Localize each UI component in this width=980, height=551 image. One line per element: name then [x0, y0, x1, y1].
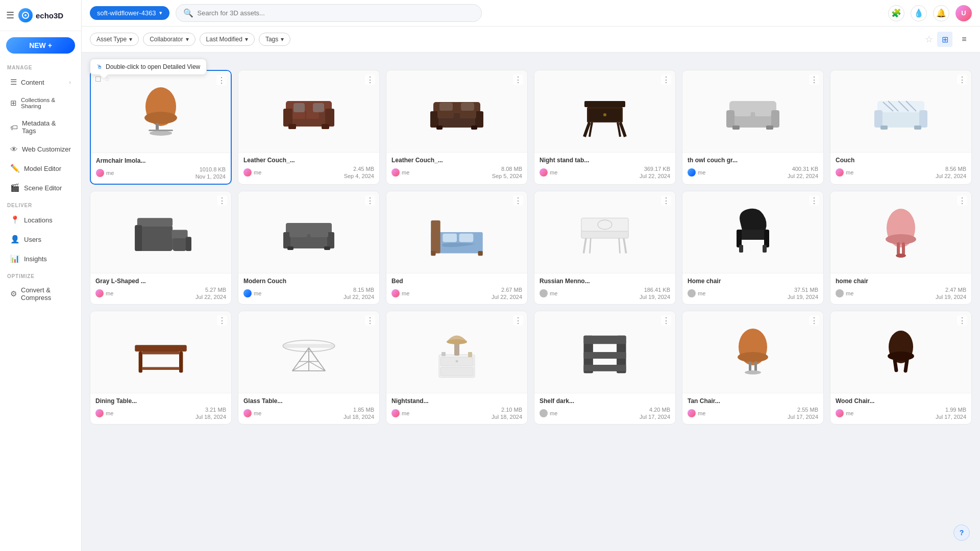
more-menu-icon[interactable]: ⋮	[513, 195, 523, 206]
asset-owner: me	[95, 289, 113, 297]
asset-card[interactable]: ☐ ☆ ⋮ Armchair Imola...	[90, 70, 232, 185]
asset-size-date: 4.20 MB Jul 17, 2024	[640, 407, 670, 420]
last-modified-filter[interactable]: Last Modified ▾	[200, 33, 255, 46]
owner-avatar	[391, 168, 400, 177]
hamburger-icon[interactable]: ☰	[6, 10, 14, 21]
asset-card[interactable]: ⋮ home chair me	[830, 191, 972, 305]
asset-thumbnail	[130, 321, 191, 383]
asset-meta: me 186.41 KB Jul 19, 2024	[540, 287, 670, 300]
list-view-button[interactable]: ≡	[957, 32, 972, 47]
more-menu-icon[interactable]: ⋮	[217, 315, 227, 325]
view-controls: ☆ ⊞ ≡	[925, 32, 972, 47]
asset-thumbnail	[722, 321, 783, 383]
more-menu-icon[interactable]: ⋮	[661, 195, 671, 206]
svg-rect-35	[734, 104, 751, 116]
logo: echo3D	[18, 8, 63, 22]
sidebar-item-label: Model Editor	[24, 165, 61, 172]
more-menu-icon[interactable]: ⋮	[365, 74, 375, 85]
collaborator-label: Collaborator	[150, 36, 183, 43]
asset-card[interactable]: ⋮ Bed	[386, 191, 528, 305]
asset-card[interactable]: ⋮	[386, 70, 528, 185]
svg-rect-15	[293, 103, 305, 112]
asset-footer: Nightstand... me 2.10 MB Jul 18, 2024	[386, 393, 527, 424]
asset-card[interactable]: ⋮ Russi	[534, 191, 676, 305]
svg-rect-59	[289, 226, 307, 237]
asset-card[interactable]: ⋮	[386, 311, 528, 424]
asset-card[interactable]: ⋮ Night	[534, 70, 676, 185]
svg-rect-85	[142, 352, 180, 355]
more-menu-icon[interactable]: ⋮	[661, 315, 671, 325]
asset-size-date: 369.17 KB Jul 22, 2024	[640, 166, 670, 179]
svg-rect-75	[739, 245, 743, 253]
asset-size: 2.55 MB	[797, 407, 818, 413]
asset-card[interactable]: ⋮ Dining Table... m	[90, 311, 232, 424]
asset-size: 1.99 MB	[945, 407, 966, 413]
tags-filter[interactable]: Tags ▾	[259, 33, 290, 46]
asset-owner: me	[688, 409, 705, 417]
asset-meta: me 2.10 MB Jul 18, 2024	[391, 407, 522, 420]
asset-card[interactable]: ⋮ th owl couch gr...	[682, 70, 824, 185]
sidebar-item-scene-editor[interactable]: 🎬 Scene Editor	[3, 179, 78, 197]
asset-footer: Couch me 8.56 MB Jul 22, 2024	[830, 152, 971, 183]
more-menu-icon[interactable]: ⋮	[957, 74, 967, 85]
logo-text: echo3D	[36, 11, 63, 20]
asset-owner: me	[243, 289, 261, 297]
workspace-selector[interactable]: soft-wildflower-4363 ▾	[90, 6, 169, 20]
more-menu-icon[interactable]: ⋮	[217, 195, 227, 206]
bell-icon[interactable]: 🔔	[933, 5, 949, 21]
search-input[interactable]	[198, 9, 474, 17]
new-button[interactable]: NEW +	[6, 37, 75, 54]
asset-type-filter[interactable]: Asset Type ▾	[90, 33, 139, 46]
asset-thumbnail	[870, 321, 932, 383]
metadata-icon: 🏷	[10, 123, 18, 132]
sidebar-item-locations[interactable]: 📍 Locations	[3, 211, 78, 229]
asset-card[interactable]: ⋮	[830, 70, 972, 185]
more-menu-icon[interactable]: ⋮	[513, 315, 523, 325]
avatar[interactable]: U	[955, 5, 972, 21]
owner-name: me	[550, 169, 557, 176]
asset-name: Wood Chair...	[836, 397, 966, 405]
sidebar-item-content[interactable]: ☰ Content ›	[3, 73, 78, 91]
puzzle-icon[interactable]: 🧩	[888, 5, 904, 21]
asset-card[interactable]: ⋮ Wood Chair... me	[830, 311, 972, 424]
asset-size-date: 2.55 MB Jul 17, 2024	[788, 407, 818, 420]
asset-card[interactable]: ⋮ Home chair	[682, 191, 824, 305]
asset-card[interactable]: ⋮ Gray L-Shaped ...	[90, 191, 232, 305]
asset-card[interactable]: ⋮ Shelf dark... me	[534, 311, 676, 424]
more-menu-icon[interactable]: ⋮	[661, 74, 671, 85]
more-menu-icon[interactable]: ⋮	[957, 315, 967, 325]
convert-icon: ⚙	[10, 289, 17, 298]
asset-card[interactable]: ⋮	[238, 311, 380, 424]
more-menu-icon[interactable]: ⋮	[365, 315, 375, 325]
asset-size: 2.10 MB	[501, 407, 522, 413]
asset-card[interactable]: ⋮ Modern Couch	[238, 191, 380, 305]
asset-card[interactable]: ⋮	[238, 70, 380, 185]
help-button[interactable]: ?	[953, 524, 970, 541]
more-menu-icon[interactable]: ⋮	[365, 195, 375, 206]
star-button[interactable]: ☆	[925, 34, 933, 45]
asset-card[interactable]: ⋮ Tan Chair... me	[682, 311, 824, 424]
sidebar-item-model-editor[interactable]: ✏️ Model Editor	[3, 159, 78, 178]
sidebar-item-convert[interactable]: ⚙ Convert & Compress	[3, 282, 78, 306]
more-menu-icon[interactable]: ⋮	[216, 75, 227, 85]
asset-date: Jul 17, 2024	[640, 414, 670, 420]
more-menu-icon[interactable]: ⋮	[809, 74, 819, 85]
more-menu-icon[interactable]: ⋮	[809, 315, 819, 325]
content-area[interactable]: 🖱 Double-click to open Detailed View ☐ ☆…	[82, 53, 980, 551]
sidebar-item-users[interactable]: 👤 Users	[3, 230, 78, 248]
svg-rect-14	[322, 124, 329, 129]
grid-view-button[interactable]: ⊞	[937, 32, 952, 47]
asset-date: Jul 19, 2024	[936, 294, 966, 300]
asset-image: ⋮	[238, 191, 379, 273]
sidebar-item-insights[interactable]: 📊 Insights	[3, 249, 78, 268]
water-icon[interactable]: 💧	[911, 5, 927, 21]
asset-image: ⋮	[534, 70, 675, 152]
sidebar-item-metadata[interactable]: 🏷 Metadata & Tags	[3, 115, 78, 139]
collaborator-filter[interactable]: Collaborator ▾	[143, 33, 195, 46]
sidebar-item-collections[interactable]: ⊞ Collections & Sharing	[3, 92, 78, 114]
more-menu-icon[interactable]: ⋮	[809, 195, 819, 206]
more-menu-icon[interactable]: ⋮	[957, 195, 967, 206]
more-menu-icon[interactable]: ⋮	[513, 74, 523, 85]
sidebar-item-web-customizer[interactable]: 👁 Web Customizer	[3, 140, 78, 158]
svg-rect-60	[310, 226, 328, 237]
